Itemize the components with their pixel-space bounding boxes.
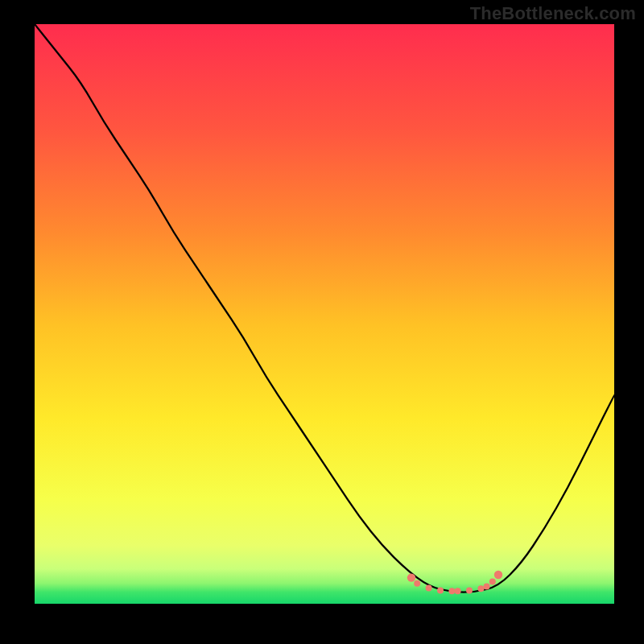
highlight-dot <box>414 580 420 587</box>
highlight-dot <box>494 571 502 579</box>
highlight-dot <box>477 585 484 592</box>
watermark-text: TheBottleneck.com <box>470 3 636 24</box>
highlight-dot <box>437 587 444 593</box>
chart-canvas <box>35 24 614 604</box>
chart-background-gradient <box>35 24 614 604</box>
chart-svg <box>35 24 614 604</box>
highlight-dot <box>426 585 432 592</box>
highlight-dot <box>455 588 461 594</box>
highlight-dot <box>448 588 455 594</box>
highlight-dot <box>484 583 490 589</box>
highlight-dot <box>466 587 473 593</box>
highlight-dot <box>489 579 496 585</box>
highlight-dot <box>407 573 415 581</box>
